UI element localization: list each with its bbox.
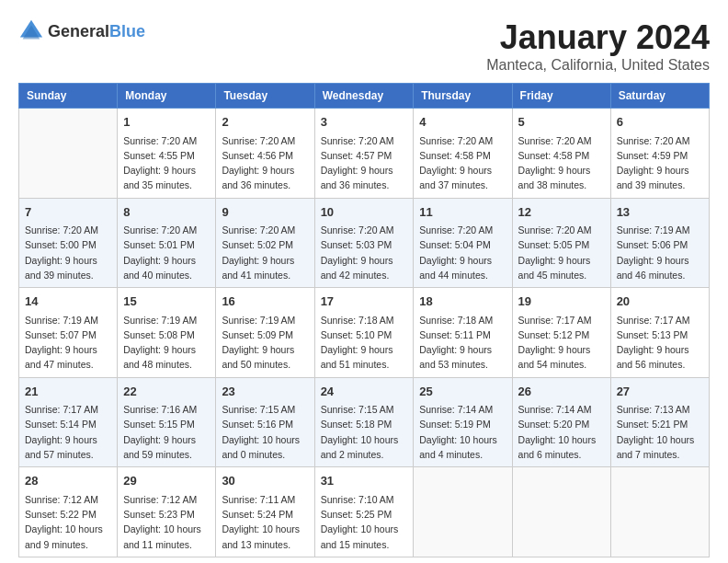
day-info: Sunrise: 7:20 AMSunset: 4:55 PMDaylight:… [123, 133, 210, 193]
calendar-week-row: 28Sunrise: 7:12 AMSunset: 5:22 PMDayligh… [19, 467, 710, 557]
column-header-friday: Friday [512, 84, 610, 109]
day-number: 9 [222, 203, 308, 222]
calendar-cell: 18Sunrise: 7:18 AMSunset: 5:11 PMDayligh… [414, 288, 512, 378]
calendar-cell: 22Sunrise: 7:16 AMSunset: 5:15 PMDayligh… [118, 377, 216, 467]
day-info: Sunrise: 7:20 AMSunset: 5:03 PMDaylight:… [321, 223, 408, 282]
day-number: 18 [419, 293, 506, 311]
calendar-cell: 2Sunrise: 7:20 AMSunset: 4:56 PMDaylight… [216, 109, 314, 199]
calendar-cell: 26Sunrise: 7:14 AMSunset: 5:20 PMDayligh… [512, 377, 610, 467]
calendar-cell: 1Sunrise: 7:20 AMSunset: 4:55 PMDaylight… [118, 109, 216, 199]
day-number: 1 [123, 113, 210, 132]
day-info: Sunrise: 7:18 AMSunset: 5:11 PMDaylight:… [419, 313, 506, 373]
calendar-cell: 27Sunrise: 7:13 AMSunset: 5:21 PMDayligh… [610, 377, 709, 467]
column-header-sunday: Sunday [19, 84, 118, 109]
day-info: Sunrise: 7:12 AMSunset: 5:23 PMDaylight:… [123, 492, 210, 552]
calendar-cell: 15Sunrise: 7:19 AMSunset: 5:08 PMDayligh… [118, 288, 216, 378]
calendar-cell: 17Sunrise: 7:18 AMSunset: 5:10 PMDayligh… [314, 288, 414, 378]
logo-icon [18, 18, 44, 44]
calendar-week-row: 21Sunrise: 7:17 AMSunset: 5:14 PMDayligh… [19, 377, 710, 467]
logo-general: General [48, 22, 109, 40]
title-block: January 2024 Manteca, California, United… [486, 18, 710, 74]
calendar-cell: 12Sunrise: 7:20 AMSunset: 5:05 PMDayligh… [512, 198, 610, 288]
day-info: Sunrise: 7:20 AMSunset: 4:56 PMDaylight:… [222, 133, 308, 193]
day-info: Sunrise: 7:17 AMSunset: 5:12 PMDaylight:… [518, 313, 605, 373]
day-number: 11 [419, 203, 506, 222]
calendar-cell: 10Sunrise: 7:20 AMSunset: 5:03 PMDayligh… [314, 198, 414, 288]
calendar-cell: 21Sunrise: 7:17 AMSunset: 5:14 PMDayligh… [19, 377, 118, 467]
day-info: Sunrise: 7:20 AMSunset: 4:59 PMDaylight:… [617, 133, 703, 193]
day-number: 30 [222, 472, 308, 490]
calendar-cell: 13Sunrise: 7:19 AMSunset: 5:06 PMDayligh… [610, 198, 709, 288]
page-header: GeneralBlue January 2024 Manteca, Califo… [18, 18, 710, 74]
day-number: 12 [518, 203, 605, 222]
day-info: Sunrise: 7:10 AMSunset: 5:25 PMDaylight:… [321, 492, 408, 552]
calendar-cell: 7Sunrise: 7:20 AMSunset: 5:00 PMDaylight… [19, 198, 118, 288]
calendar-cell: 5Sunrise: 7:20 AMSunset: 4:58 PMDaylight… [512, 109, 610, 199]
day-info: Sunrise: 7:19 AMSunset: 5:06 PMDaylight:… [617, 223, 703, 282]
day-number: 16 [222, 293, 308, 311]
calendar-cell: 11Sunrise: 7:20 AMSunset: 5:04 PMDayligh… [414, 198, 512, 288]
day-info: Sunrise: 7:14 AMSunset: 5:19 PMDaylight:… [419, 402, 506, 462]
calendar-header-row: SundayMondayTuesdayWednesdayThursdayFrid… [19, 84, 710, 109]
day-info: Sunrise: 7:12 AMSunset: 5:22 PMDaylight:… [25, 492, 111, 552]
day-info: Sunrise: 7:14 AMSunset: 5:20 PMDaylight:… [518, 402, 605, 462]
logo: GeneralBlue [18, 18, 145, 44]
day-info: Sunrise: 7:17 AMSunset: 5:14 PMDaylight:… [25, 402, 111, 462]
day-info: Sunrise: 7:20 AMSunset: 4:58 PMDaylight:… [419, 133, 506, 193]
calendar-cell [19, 109, 118, 199]
column-header-thursday: Thursday [414, 84, 512, 109]
day-number: 15 [123, 293, 210, 311]
calendar-cell [610, 467, 709, 557]
day-number: 23 [222, 383, 308, 401]
day-info: Sunrise: 7:20 AMSunset: 4:58 PMDaylight:… [518, 133, 605, 193]
day-number: 22 [123, 383, 210, 401]
calendar-cell: 4Sunrise: 7:20 AMSunset: 4:58 PMDaylight… [414, 109, 512, 199]
day-number: 26 [518, 383, 605, 401]
day-number: 31 [321, 472, 408, 490]
calendar-cell: 31Sunrise: 7:10 AMSunset: 5:25 PMDayligh… [314, 467, 414, 557]
day-info: Sunrise: 7:18 AMSunset: 5:10 PMDaylight:… [321, 313, 408, 373]
day-info: Sunrise: 7:11 AMSunset: 5:24 PMDaylight:… [222, 492, 308, 552]
day-number: 8 [123, 203, 210, 222]
day-number: 5 [518, 113, 605, 132]
day-number: 25 [419, 383, 506, 401]
day-info: Sunrise: 7:20 AMSunset: 4:57 PMDaylight:… [321, 133, 408, 193]
calendar-week-row: 14Sunrise: 7:19 AMSunset: 5:07 PMDayligh… [19, 288, 710, 378]
day-info: Sunrise: 7:16 AMSunset: 5:15 PMDaylight:… [123, 402, 210, 462]
day-info: Sunrise: 7:15 AMSunset: 5:16 PMDaylight:… [222, 402, 308, 462]
day-number: 10 [321, 203, 408, 222]
day-info: Sunrise: 7:20 AMSunset: 5:02 PMDaylight:… [222, 223, 308, 282]
calendar-cell: 8Sunrise: 7:20 AMSunset: 5:01 PMDaylight… [118, 198, 216, 288]
calendar-cell: 25Sunrise: 7:14 AMSunset: 5:19 PMDayligh… [414, 377, 512, 467]
day-info: Sunrise: 7:15 AMSunset: 5:18 PMDaylight:… [321, 402, 408, 462]
logo-text: GeneralBlue [48, 22, 145, 41]
day-info: Sunrise: 7:20 AMSunset: 5:04 PMDaylight:… [419, 223, 506, 282]
column-header-tuesday: Tuesday [216, 84, 314, 109]
logo-blue: Blue [109, 22, 145, 40]
month-title: January 2024 [486, 18, 710, 57]
calendar-cell [512, 467, 610, 557]
column-header-saturday: Saturday [610, 84, 709, 109]
day-number: 20 [617, 293, 703, 311]
day-number: 21 [25, 383, 111, 401]
calendar-cell: 9Sunrise: 7:20 AMSunset: 5:02 PMDaylight… [216, 198, 314, 288]
calendar-cell: 24Sunrise: 7:15 AMSunset: 5:18 PMDayligh… [314, 377, 414, 467]
calendar-cell: 29Sunrise: 7:12 AMSunset: 5:23 PMDayligh… [118, 467, 216, 557]
day-number: 2 [222, 113, 308, 132]
day-number: 6 [617, 113, 703, 132]
day-info: Sunrise: 7:13 AMSunset: 5:21 PMDaylight:… [617, 402, 703, 462]
location-title: Manteca, California, United States [486, 57, 710, 74]
calendar-cell: 14Sunrise: 7:19 AMSunset: 5:07 PMDayligh… [19, 288, 118, 378]
day-info: Sunrise: 7:20 AMSunset: 5:05 PMDaylight:… [518, 223, 605, 282]
column-header-wednesday: Wednesday [314, 84, 414, 109]
day-number: 13 [617, 203, 703, 222]
day-info: Sunrise: 7:17 AMSunset: 5:13 PMDaylight:… [617, 313, 703, 373]
calendar-cell: 3Sunrise: 7:20 AMSunset: 4:57 PMDaylight… [314, 109, 414, 199]
calendar-cell: 19Sunrise: 7:17 AMSunset: 5:12 PMDayligh… [512, 288, 610, 378]
day-number: 29 [123, 472, 210, 490]
day-number: 4 [419, 113, 506, 132]
calendar-table: SundayMondayTuesdayWednesdayThursdayFrid… [18, 83, 710, 557]
day-info: Sunrise: 7:19 AMSunset: 5:08 PMDaylight:… [123, 313, 210, 373]
day-number: 17 [321, 293, 408, 311]
day-info: Sunrise: 7:20 AMSunset: 5:00 PMDaylight:… [25, 223, 111, 282]
